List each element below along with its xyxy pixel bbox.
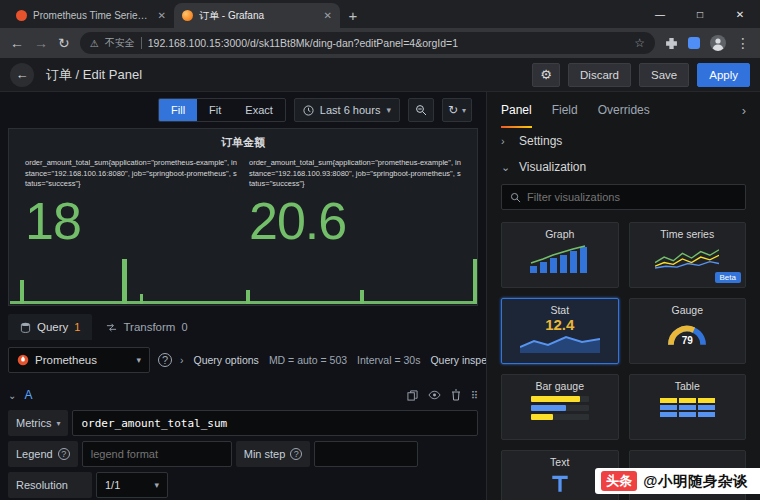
query-options-toggle[interactable]: Query options (194, 354, 259, 366)
drag-handle-icon[interactable]: ⠿ (471, 390, 478, 401)
exact-mode-button[interactable]: Exact (233, 99, 285, 121)
new-tab-button[interactable]: + (340, 3, 366, 28)
browser-tab-grafana[interactable]: 订单 - Grafana ✕ (174, 3, 340, 28)
min-step-input[interactable] (314, 441, 418, 467)
datasource-select[interactable]: Prometheus ▾ (8, 347, 150, 373)
metric-value: 18 (25, 194, 237, 249)
discard-button[interactable]: Discard (568, 63, 631, 87)
beta-badge: Beta (715, 272, 741, 283)
preview-toolbar: Fill Fit Exact Last 6 hours ▾ ↻ ▾ (0, 92, 486, 128)
viz-name: Bar gauge (536, 380, 584, 393)
edit-left-column: Fill Fit Exact Last 6 hours ▾ ↻ ▾ 订单金额 (0, 92, 486, 500)
browser-toolbar: ← → ↻ ⚠ 不安全 192.168.100.15:3000/d/sk11Bt… (0, 28, 760, 58)
metric-label: order_amount_total_sum{application="prom… (25, 158, 237, 190)
toutiao-badge: 头条 (601, 471, 637, 491)
promql-expression-input[interactable] (72, 410, 478, 436)
tab-transform[interactable]: Transform 0 (94, 314, 199, 340)
tabs-scroll-chevron-icon[interactable]: › (742, 103, 746, 118)
disable-query-eye-icon[interactable] (428, 390, 441, 400)
datasource-name: Prometheus (35, 354, 97, 366)
gauge-preview-value: 79 (664, 335, 710, 346)
metrics-dropdown[interactable]: Metrics ▾ (8, 410, 68, 436)
chevron-down-icon: ▾ (136, 355, 141, 365)
tab-field[interactable]: Field (552, 92, 578, 128)
refresh-icon: ↻ (448, 103, 458, 117)
legend-label-text: Legend (16, 448, 53, 460)
query-inspector-button[interactable]: Query inspect (430, 354, 486, 366)
viz-card-gauge[interactable]: Gauge 79 (629, 298, 747, 364)
fill-mode-button[interactable]: Fill (159, 99, 197, 121)
zoom-out-button[interactable] (408, 98, 434, 122)
filter-visualizations-input[interactable] (527, 191, 737, 203)
extensions-puzzle-icon[interactable] (665, 37, 678, 50)
settings-section-label: Settings (519, 134, 562, 148)
size-mode-segment: Fill Fit Exact (158, 98, 286, 122)
search-icon (510, 192, 521, 203)
min-step-help-icon[interactable]: ? (290, 448, 302, 460)
stat-series-2: order_amount_total_sum{application="prom… (243, 158, 467, 248)
legend-help-icon[interactable]: ? (58, 448, 70, 460)
address-bar[interactable]: ⚠ 不安全 192.168.100.15:3000/d/sk11Bt8Mk/di… (80, 32, 655, 54)
tab-close-icon[interactable]: ✕ (158, 10, 166, 21)
delete-query-trash-icon[interactable] (451, 389, 461, 401)
tab-panel[interactable]: Panel (501, 92, 532, 128)
grafana-edit-header: ← 订单 / Edit Panel ⚙ Discard Save Apply (0, 58, 760, 92)
resolution-label-text: Resolution (16, 479, 68, 491)
refresh-caret-icon[interactable]: ▾ (462, 106, 466, 115)
tab-close-icon[interactable]: ✕ (324, 10, 332, 21)
min-step-label: Min step ? (236, 441, 311, 467)
table-preview-icon (660, 398, 715, 417)
close-window-button[interactable]: ✕ (720, 0, 760, 28)
browser-menu-icon[interactable]: ⋮ (736, 36, 750, 50)
url-text[interactable]: 192.168.100.15:3000/d/sk11Bt8Mk/ding-dan… (148, 37, 629, 49)
gauge-preview: 79 (664, 317, 710, 347)
apply-button[interactable]: Apply (697, 63, 750, 87)
metric-label: order_amount_total_sum{application="prom… (249, 158, 461, 190)
browser-tab-prometheus[interactable]: Prometheus Time Series Colle ✕ (8, 3, 174, 28)
bookmark-star-icon[interactable]: ☆ (634, 36, 645, 50)
tab-query-label: Query (37, 321, 68, 333)
viz-card-time-series[interactable]: Time series Beta (629, 222, 747, 288)
legend-label: Legend ? (8, 441, 78, 467)
query-ref-id[interactable]: A (24, 388, 32, 402)
grafana-favicon-icon (182, 10, 193, 21)
minimize-button[interactable]: — (640, 0, 680, 28)
resolution-value: 1/1 (105, 479, 120, 491)
viz-card-graph[interactable]: Graph (501, 222, 619, 288)
resolution-select[interactable]: 1/1 ▾ (96, 472, 168, 498)
sidebar-tabs: Panel Field Overrides › (487, 92, 760, 128)
viz-card-table[interactable]: Table (629, 374, 747, 440)
save-button[interactable]: Save (639, 63, 689, 87)
panel-settings-gear-button[interactable]: ⚙ (532, 63, 560, 87)
time-range-picker[interactable]: Last 6 hours ▾ (294, 98, 400, 122)
back-to-dashboard-button[interactable]: ← (10, 63, 34, 87)
duplicate-query-icon[interactable] (407, 390, 418, 401)
tab-overrides[interactable]: Overrides (598, 92, 650, 128)
refresh-button[interactable]: ↻ ▾ (442, 98, 472, 122)
visualization-section-toggle[interactable]: ⌄ Visualization (487, 154, 760, 180)
graph-preview-icon (528, 245, 592, 273)
profile-avatar[interactable] (710, 35, 726, 51)
prometheus-favicon-icon (16, 10, 27, 21)
maximize-button[interactable]: □ (680, 0, 720, 28)
viz-name: Time series (660, 228, 714, 241)
settings-section-toggle[interactable]: › Settings (487, 128, 760, 154)
window-controls: — □ ✕ (640, 0, 760, 28)
divider (141, 37, 142, 49)
security-label[interactable]: 不安全 (105, 36, 135, 50)
tab-query[interactable]: Query 1 (8, 314, 92, 340)
back-icon[interactable]: ← (10, 36, 24, 50)
viz-card-stat[interactable]: Stat 12.4 (501, 298, 619, 364)
chevron-down-icon: ⌄ (501, 161, 511, 174)
forward-icon[interactable]: → (34, 36, 48, 50)
visualization-filter[interactable] (501, 184, 746, 210)
legend-format-input[interactable] (82, 441, 232, 467)
reload-icon[interactable]: ↻ (58, 36, 70, 50)
pinned-extension-icon[interactable] (688, 37, 700, 49)
chevron-down-icon: ▾ (386, 105, 391, 115)
viz-card-bar-gauge[interactable]: Bar gauge (501, 374, 619, 440)
datasource-help-icon[interactable]: ? (158, 353, 172, 367)
fit-mode-button[interactable]: Fit (197, 99, 233, 121)
collapse-chevron-icon[interactable]: ⌄ (8, 390, 16, 401)
datasource-row: Prometheus ▾ ? › Query options MD = auto… (0, 340, 486, 380)
